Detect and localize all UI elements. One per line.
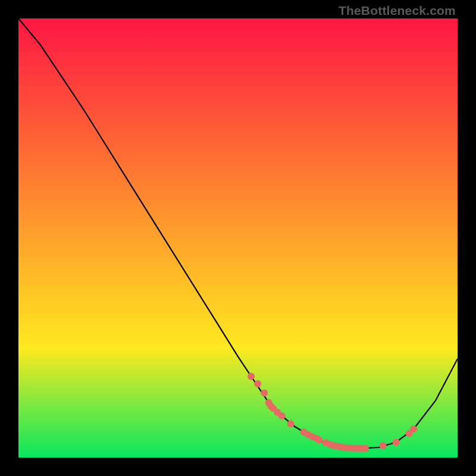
scatter-point bbox=[254, 380, 261, 387]
watermark-label: TheBottleneck.com bbox=[339, 4, 456, 18]
chart-plot-area bbox=[18, 18, 458, 458]
scatter-point bbox=[393, 439, 400, 446]
scatter-point bbox=[261, 390, 268, 397]
scatter-point bbox=[410, 425, 417, 433]
scatter-point bbox=[287, 420, 295, 427]
chart-svg bbox=[18, 18, 458, 458]
scatter-point bbox=[278, 412, 286, 419]
scatter-point bbox=[362, 444, 369, 452]
scatter-point bbox=[316, 437, 323, 444]
scatter-point bbox=[380, 442, 387, 449]
gradient-background bbox=[18, 18, 458, 458]
scatter-point bbox=[248, 373, 255, 380]
